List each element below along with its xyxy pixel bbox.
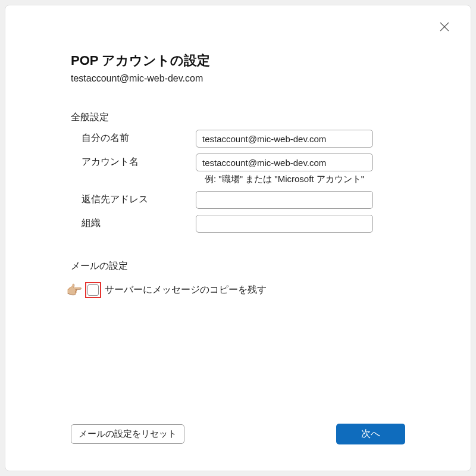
input-display-name[interactable] xyxy=(196,130,373,148)
label-leave-copy: サーバーにメッセージのコピーを残す xyxy=(105,284,267,296)
label-display-name: 自分の名前 xyxy=(71,130,196,145)
label-account-name: アカウント名 xyxy=(71,154,196,168)
mail-section-label: メールの設定 xyxy=(71,260,405,273)
account-name-hint: 例: "職場" または "Microsoft アカウント" xyxy=(205,174,405,185)
label-organization: 組織 xyxy=(71,215,196,230)
row-account-name: アカウント名 例: "職場" または "Microsoft アカウント" xyxy=(71,154,405,185)
checkbox-leave-copy[interactable] xyxy=(87,284,99,296)
row-reply-to: 返信先アドレス xyxy=(71,191,405,209)
row-display-name: 自分の名前 xyxy=(71,130,405,148)
general-section-label: 全般設定 xyxy=(71,111,405,124)
account-email: testaccount@mic-web-dev.com xyxy=(71,73,405,84)
input-account-name[interactable] xyxy=(196,154,373,171)
dialog-footer: メールの設定をリセット 次へ xyxy=(71,424,405,444)
checkbox-highlight-annotation xyxy=(85,282,101,298)
input-reply-to[interactable] xyxy=(196,191,373,209)
row-leave-copy: 👉🏼 サーバーにメッセージのコピーを残す xyxy=(71,282,405,298)
dialog-title: POP アカウントの設定 xyxy=(71,52,405,70)
input-organization[interactable] xyxy=(196,215,373,233)
next-button[interactable]: 次へ xyxy=(336,424,405,444)
close-icon xyxy=(440,22,449,32)
reset-mail-settings-button[interactable]: メールの設定をリセット xyxy=(71,424,184,444)
label-reply-to: 返信先アドレス xyxy=(71,191,196,206)
pointing-hand-icon: 👉🏼 xyxy=(66,284,82,297)
pop-account-settings-dialog: POP アカウントの設定 testaccount@mic-web-dev.com… xyxy=(5,5,471,471)
close-button[interactable] xyxy=(436,18,453,35)
row-organization: 組織 xyxy=(71,215,405,233)
